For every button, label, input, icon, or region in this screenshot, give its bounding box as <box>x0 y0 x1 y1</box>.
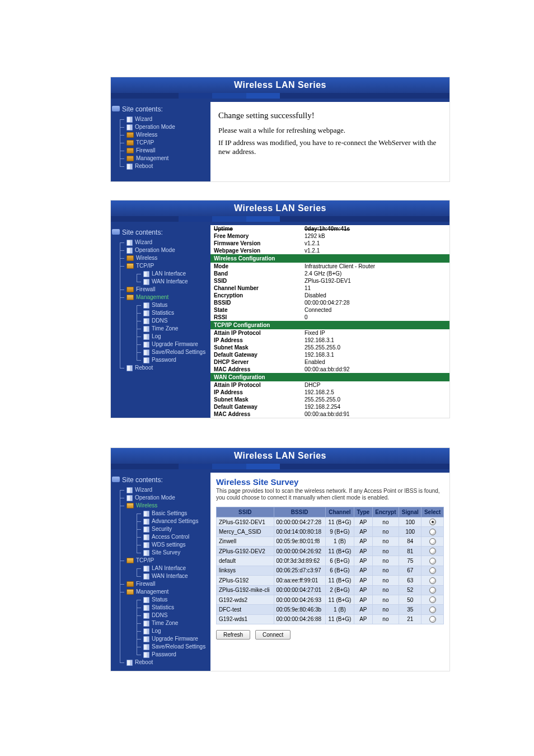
sidebar-item[interactable]: Firewall <box>114 580 210 588</box>
cell-channel: 11 (B+G) <box>325 576 354 585</box>
status-value: 192.168.3.1 <box>301 337 449 344</box>
connect-button[interactable]: Connect <box>255 630 291 640</box>
sidebar-item[interactable]: Management <box>114 155 210 162</box>
scan-row: Zinwell00:05:9e:80:01:f81 (B)APno84 <box>217 536 444 546</box>
sidebar-item[interactable]: Wireless <box>114 254 210 262</box>
select-radio[interactable] <box>429 538 436 545</box>
folder-icon <box>127 263 134 269</box>
sidebar-item-label: Wizard <box>135 116 152 122</box>
sidebar-item[interactable]: Wizard <box>114 239 210 246</box>
page-description: This page provides tool to scan the wire… <box>216 488 444 501</box>
sidebar-item[interactable]: Upgrade Firmware <box>131 340 210 348</box>
sidebar-item-label: Firewall <box>136 286 155 292</box>
folder-icon <box>127 295 134 300</box>
sidebar-item[interactable]: ManagementStatusStatisticsDDNSTime ZoneL… <box>114 588 210 659</box>
sidebar-item-label: Security <box>152 526 172 532</box>
sidebar-item[interactable]: LAN Interface <box>131 270 210 278</box>
select-radio[interactable] <box>429 567 436 574</box>
cell-select <box>421 566 444 575</box>
cell-encrypt: no <box>372 576 399 585</box>
sidebar-item[interactable]: ManagementStatusStatisticsDDNSTime ZoneL… <box>114 293 210 364</box>
sidebar-item[interactable]: Log <box>131 627 210 635</box>
sidebar-item[interactable]: Reboot <box>114 364 210 372</box>
sidebar-item[interactable]: Statistics <box>131 604 210 612</box>
sidebar-item[interactable]: Operation Mode <box>114 246 210 254</box>
sidebar-item[interactable]: TCP/IPLAN InterfaceWAN Interface <box>114 557 210 580</box>
cell-signal: 75 <box>399 556 421 566</box>
sidebar-item-label: Time Zone <box>152 620 178 626</box>
cell-signal: 67 <box>399 566 421 575</box>
sidebar-item[interactable]: LAN Interface <box>131 564 210 572</box>
sidebar-item[interactable]: Time Zone <box>131 619 210 627</box>
sidebar-item[interactable]: Operation Mode <box>114 123 210 131</box>
header-title: Wireless LAN Series <box>111 448 449 464</box>
cell-type: AP <box>354 527 373 536</box>
page-icon <box>143 542 149 548</box>
sidebar-item[interactable]: Status <box>131 596 210 604</box>
sidebar-item[interactable]: Reboot <box>114 659 210 666</box>
cell-select <box>421 517 444 527</box>
page-icon <box>143 628 149 634</box>
sidebar-item[interactable]: Password <box>131 356 210 364</box>
folder-icon <box>127 581 134 587</box>
status-value: 11 <box>301 284 449 292</box>
page-title: Wireless Site Survey <box>216 477 444 487</box>
sidebar-item[interactable]: Firewall <box>114 286 210 293</box>
sidebar-item-label: Wireless <box>136 132 157 138</box>
page-icon <box>143 526 149 533</box>
sidebar-item[interactable]: Statistics <box>131 309 210 317</box>
sidebar-item[interactable]: Security <box>131 525 210 533</box>
sidebar-item[interactable]: Advanced Settings <box>131 517 210 525</box>
sidebar-item[interactable]: Save/Reload Settings <box>131 348 210 356</box>
status-value: 192.168.2.5 <box>301 389 449 396</box>
sidebar-item[interactable]: Save/Reload Settings <box>131 643 210 651</box>
sidebar-item[interactable]: Status <box>131 301 210 309</box>
sidebar: Site contents: WizardOperation ModeWirel… <box>111 225 210 418</box>
sidebar-item[interactable]: Wireless <box>114 131 210 139</box>
sidebar-item[interactable]: WDS settings <box>131 541 210 549</box>
sidebar-item[interactable]: Operation Mode <box>114 494 210 502</box>
sidebar-item[interactable]: Wizard <box>114 486 210 494</box>
page-icon <box>143 550 149 556</box>
page-icon <box>127 487 133 493</box>
status-key: Encryption <box>210 292 301 299</box>
sidebar-item[interactable]: WAN Interface <box>131 572 210 580</box>
refresh-button[interactable]: Refresh <box>216 630 250 640</box>
sidebar-item[interactable]: Wizard <box>114 115 210 123</box>
sidebar-item[interactable]: Upgrade Firmware <box>131 635 210 643</box>
sidebar-item[interactable]: DDNS <box>131 317 210 325</box>
select-radio[interactable] <box>429 519 436 525</box>
select-radio[interactable] <box>429 596 436 603</box>
select-radio[interactable] <box>429 606 436 613</box>
sidebar-item[interactable]: TCP/IPLAN InterfaceWAN Interface <box>114 262 210 286</box>
status-key: Subnet Mask <box>210 344 301 351</box>
select-radio[interactable] <box>429 558 436 564</box>
sidebar-item[interactable]: TCP/IP <box>114 139 210 147</box>
sidebar-item-label: TCP/IP <box>136 557 154 563</box>
sidebar-item[interactable]: Site Survey <box>131 549 210 557</box>
sidebar-item[interactable]: Firewall <box>114 147 210 155</box>
select-radio[interactable] <box>429 529 436 535</box>
sidebar-item[interactable]: WAN Interface <box>131 278 210 286</box>
section-header: WAN Configuration <box>210 373 449 381</box>
page-icon <box>127 660 133 666</box>
sidebar-item[interactable]: Basic Settings <box>131 510 210 517</box>
select-radio[interactable] <box>429 577 436 584</box>
sidebar-item[interactable]: Access Control <box>131 533 210 541</box>
sidebar-item[interactable]: DDNS <box>131 612 210 619</box>
panel-change-success: Wireless LAN Series Site contents: Wizar… <box>111 77 449 181</box>
sidebar-item[interactable]: WirelessBasic SettingsAdvanced SettingsS… <box>114 502 210 557</box>
status-value: 00:00:aa:bb:dd:91 <box>301 410 449 418</box>
sidebar-item-label: Status <box>152 302 167 308</box>
scan-row: ZPlus-G19200:aa:ee:ff:99:0111 (B+G)APno6… <box>217 576 444 585</box>
sidebar-item[interactable]: Reboot <box>114 162 210 170</box>
sidebar-item[interactable]: Time Zone <box>131 325 210 333</box>
sidebar-item[interactable]: Log <box>131 333 210 340</box>
select-radio[interactable] <box>429 548 436 554</box>
select-radio[interactable] <box>429 587 436 594</box>
select-radio[interactable] <box>429 616 436 623</box>
status-key: Default Gateway <box>210 351 301 358</box>
cell-bssid: 00:0f:3d:3d:89:62 <box>274 556 325 566</box>
status-value: Infrastructure Client - Router <box>301 263 449 270</box>
sidebar-item[interactable]: Password <box>131 651 210 659</box>
